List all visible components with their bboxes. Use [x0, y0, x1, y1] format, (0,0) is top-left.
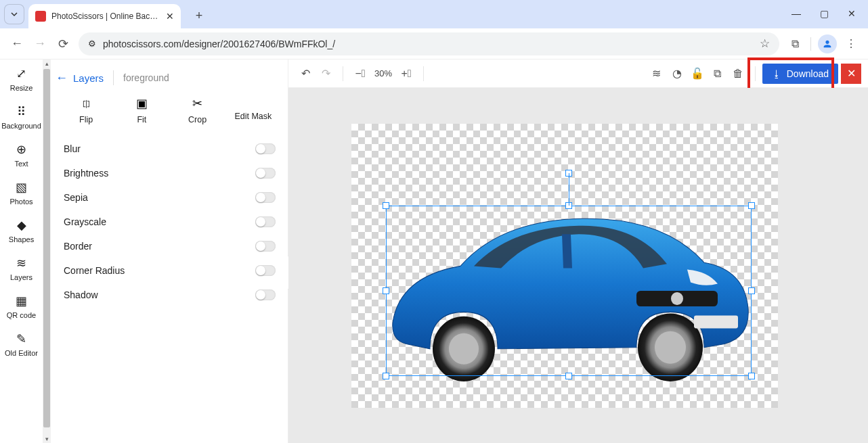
selection-handle[interactable]: [748, 373, 755, 379]
profile-avatar-icon[interactable]: [818, 34, 837, 53]
toggle-blur: Blur: [64, 137, 276, 161]
flip-icon: ⎅: [62, 96, 110, 111]
window-close-icon[interactable]: ✕: [848, 8, 856, 19]
photos-icon: ▧: [1, 180, 41, 195]
tool-text[interactable]: ⊕Text: [0, 135, 43, 173]
corner-radius-switch[interactable]: [255, 265, 276, 276]
fit-icon: ▣: [118, 96, 165, 111]
selection-box[interactable]: [386, 206, 752, 376]
left-tool-sidebar: ⤢Resize ⠿Background ⊕Text ▧Photos ◆Shape…: [0, 60, 43, 443]
drop-icon[interactable]: ◔: [667, 64, 687, 84]
window-minimize-icon[interactable]: —: [791, 8, 801, 19]
toggle-sepia: Sepia: [64, 185, 276, 210]
browser-tab[interactable]: PhotoScissors | Online Backgro ✕: [28, 4, 181, 28]
address-bar-row: ← → ⟳ ⚙ photoscissors.com/designer/20016…: [0, 28, 868, 60]
resize-icon: ⤢: [1, 66, 41, 81]
brightness-switch[interactable]: [255, 168, 276, 179]
scroll-down-icon[interactable]: ▾: [43, 435, 51, 443]
bookmark-star-icon[interactable]: ☆: [760, 37, 770, 51]
tabs-dropdown[interactable]: [4, 4, 24, 24]
tab-title: PhotoScissors | Online Backgro: [51, 11, 160, 21]
shadow-switch[interactable]: [255, 289, 276, 300]
properties-panel: ← Layers foreground ⎅Flip ▣Fit ✂Crop Edi…: [51, 60, 288, 443]
close-button[interactable]: ✕: [841, 64, 861, 84]
qrcode-icon: ▦: [1, 294, 41, 308]
sepia-switch[interactable]: [255, 192, 276, 203]
selection-handle[interactable]: [383, 373, 389, 379]
edit-mask-button[interactable]: Edit Mask: [230, 96, 277, 124]
tool-background[interactable]: ⠿Background: [0, 97, 43, 135]
tool-resize[interactable]: ⤢Resize: [0, 60, 43, 97]
edit-mask-icon: [230, 96, 277, 111]
canvas-area[interactable]: [288, 88, 868, 443]
crop-button[interactable]: ✂Crop: [174, 96, 221, 124]
tool-old-editor[interactable]: ✎Old Editor: [0, 325, 43, 363]
layers-link[interactable]: Layers: [73, 72, 104, 84]
back-arrow-icon[interactable]: ←: [56, 71, 68, 85]
layer-name: foreground: [123, 72, 169, 83]
download-icon: ⭳: [772, 68, 781, 79]
fit-button[interactable]: ▣Fit: [118, 96, 165, 124]
divider: [113, 70, 114, 85]
tool-shapes[interactable]: ◆Shapes: [0, 211, 43, 249]
toggle-grayscale: Grayscale: [64, 210, 276, 234]
scroll-up-icon[interactable]: ▴: [43, 60, 51, 68]
tool-photos[interactable]: ▧Photos: [0, 173, 43, 211]
blur-switch[interactable]: [255, 143, 276, 154]
new-tab-button[interactable]: +: [189, 5, 209, 26]
selection-handle[interactable]: [565, 373, 572, 379]
canvas-toolbar: ↶ ↷ −⃝ 30% +⃝ ≋ ◔ 🔓 ⧉ 🗑 ⭳ Download ✕: [288, 60, 868, 88]
download-button[interactable]: ⭳ Download: [762, 64, 838, 84]
window-maximize-icon[interactable]: ▢: [820, 8, 829, 19]
stack-icon[interactable]: ≋: [647, 64, 667, 84]
nav-forward-icon: →: [28, 32, 51, 55]
toggle-border: Border: [64, 234, 276, 258]
trash-icon[interactable]: 🗑: [728, 64, 748, 84]
tool-layers[interactable]: ≋Layers: [0, 249, 43, 287]
unlock-icon[interactable]: 🔓: [687, 64, 708, 84]
zoom-value: 30%: [374, 68, 392, 78]
zoom-out-icon[interactable]: −⃝: [350, 64, 370, 84]
download-label: Download: [787, 68, 829, 79]
shapes-icon: ◆: [1, 218, 41, 233]
undo-icon[interactable]: ↶: [295, 64, 316, 84]
toggle-shadow: Shadow: [64, 283, 276, 307]
selection-handle[interactable]: [748, 202, 755, 209]
crop-icon: ✂: [174, 96, 221, 111]
border-switch[interactable]: [255, 241, 276, 252]
layers-icon: ≋: [1, 256, 41, 271]
grayscale-switch[interactable]: [255, 216, 276, 227]
scrollbar-thumb[interactable]: [43, 69, 50, 427]
background-icon: ⠿: [1, 104, 41, 119]
extensions-icon[interactable]: ⧉: [783, 32, 806, 55]
toggle-corner-radius: Corner Radius: [64, 258, 276, 283]
nav-reload-icon[interactable]: ⟳: [51, 32, 74, 55]
chrome-menu-icon[interactable]: ⋮: [840, 32, 863, 55]
favicon-icon: [35, 11, 46, 22]
edit-icon: ✎: [1, 331, 41, 346]
browser-tabstrip: PhotoScissors | Online Backgro ✕ + — ▢ ✕: [0, 0, 868, 28]
nav-back-icon[interactable]: ←: [5, 32, 28, 55]
flip-button[interactable]: ⎅Flip: [62, 96, 110, 124]
text-icon: ⊕: [1, 142, 41, 157]
selection-handle[interactable]: [748, 287, 755, 294]
tab-close-icon[interactable]: ✕: [166, 11, 174, 22]
rotate-line: [569, 173, 569, 206]
site-settings-icon[interactable]: ⚙: [88, 39, 96, 49]
sidebar-scrollbar[interactable]: ▴ ▾: [43, 60, 51, 443]
redo-icon[interactable]: ↷: [316, 64, 336, 84]
toggle-brightness: Brightness: [64, 161, 276, 185]
address-bar[interactable]: ⚙ photoscissors.com/designer/2001627406/…: [79, 32, 779, 55]
zoom-in-icon[interactable]: +⃝: [396, 64, 416, 84]
duplicate-icon[interactable]: ⧉: [708, 64, 728, 84]
selection-handle[interactable]: [383, 287, 389, 294]
selection-handle[interactable]: [383, 202, 389, 209]
toolbar-divider: [810, 37, 811, 51]
tool-qrcode[interactable]: ▦QR code: [0, 287, 43, 325]
url-text: photoscissors.com/designer/2001627406/BW…: [103, 39, 335, 49]
